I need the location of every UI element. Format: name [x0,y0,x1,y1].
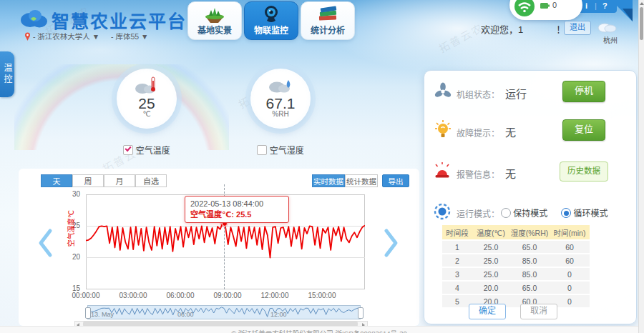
temperature-checkbox-label: 空气温度 [136,146,170,156]
range-tab-month[interactable]: 月 [104,174,135,187]
alarm-siren-icon [433,162,452,179]
table-row[interactable]: 125.0 65.060 [442,241,590,253]
books-icon [316,5,339,24]
table-row[interactable]: 225.0 85.060 [442,254,590,267]
footer-copyright: © 浙江托普云农科技股份有限公司 浙ICP备00083614号-30 [0,328,638,333]
run-mode-icon [434,203,451,220]
cycle-mode-radio[interactable] [561,208,571,218]
tab-label: 物联监控 [254,24,288,36]
hold-mode-label: 保持模式 [513,209,547,219]
battery-count: 0 [552,1,557,9]
range-tab-day[interactable]: 天 [41,174,72,187]
x-tick: 03:00:00 [119,292,147,299]
table-row[interactable]: 325.0 85.00 [442,268,590,280]
bulb-icon [434,120,452,140]
tab-statistics[interactable]: 统计分析 [301,1,355,40]
navigator-handle-left[interactable] [85,307,91,319]
tab-iot-monitor[interactable]: 物联监控 [244,1,298,40]
col-time: 时间(min) [550,225,590,239]
gauge-unit: %RH [250,110,311,118]
cloud-thermometer-icon [133,76,160,94]
island-icon [203,5,227,24]
watermark: 拓普云农 [436,19,486,55]
confirm-button[interactable]: 确定 [469,304,506,319]
unit-status-value: 运行 [505,86,527,101]
vertical-scrollbar-thumb[interactable] [640,7,643,40]
tooltip-time: 2022-05-13 08:44:00 [190,199,283,209]
reset-button[interactable]: 复位 [562,119,605,141]
weather-cloud-icon [596,19,618,33]
fault-label: 故障提示： [457,126,499,139]
x-tick: 06:00:00 [167,292,195,299]
site-selector[interactable]: - 浙江农林大学人 ▼ [33,32,99,41]
x-tick: 15:00:00 [308,292,336,299]
navigator-label: 12:00 [270,311,287,318]
x-tick: 12:00:00 [261,292,289,299]
stop-button[interactable]: 停机 [562,81,605,102]
table-row[interactable]: 420.0 65.00 [442,282,590,294]
col-period: 时间段 [442,225,472,239]
navigator-label: 06:00 [177,311,194,318]
y-axis-label: 空气温度℃ [65,193,76,264]
help-icon[interactable]: ? [602,0,608,12]
navigator-handle-right[interactable] [358,307,364,319]
chart-next-button chevron-right-icon[interactable] [382,227,401,259]
table-row[interactable]: 520.0 60.00 [442,295,590,307]
cancel-button[interactable]: 取消 [520,304,557,319]
humidity-checkbox[interactable] [257,145,267,155]
vertical-scrollbar[interactable] [638,0,644,333]
realtime-data-tab[interactable]: 实时数据 [312,174,345,187]
tab-label: 基地实景 [197,24,232,36]
cloud-droplet-icon [267,76,294,94]
fault-value: 无 [505,124,516,139]
gauge-value: 67.1 [250,97,311,110]
connection-pill: 0 [509,0,582,20]
info-icon[interactable]: i [585,0,587,12]
chart-tooltip: 2022-05-13 08:44:00 空气温度℃: 25.5 [185,196,289,223]
stats-data-tab[interactable]: 统计数据 [345,174,378,187]
gauge-humidity: 67.1 %RH [250,69,311,129]
col-humidity: 湿度(%RH) [509,225,550,239]
cycle-mode-label: 循环模式 [573,209,608,219]
navigator-mini-series [89,306,359,318]
fan-icon [434,82,452,101]
export-button[interactable]: 导出 [382,174,409,187]
cloud-logo-icon [19,6,50,30]
chart-prev-button chevron-left-icon[interactable] [36,227,54,259]
tab-label: 统计分析 [311,24,345,36]
range-tab-week[interactable]: 周 [72,174,104,187]
humidity-checkbox-label: 空气湿度 [270,146,304,156]
temperature-checkbox[interactable] [123,145,133,155]
history-data-button[interactable]: 历史数据 [560,161,608,182]
col-temperature: 温度(℃) [472,225,509,239]
schedule-table: 时间段 温度(℃) 湿度(%RH) 时间(min) 125.0 65.060 2… [442,224,590,309]
logo [19,6,50,30]
run-mode-label: 运行模式： [457,207,499,219]
unit-status-label: 机组状态： [457,88,499,100]
navigator-label: 13. May [91,311,114,318]
battery-icon [540,2,550,9]
table-header-row: 时间段 温度(℃) 湿度(%RH) 时间(min) [442,225,590,239]
weather-city: 杭州 [603,34,618,45]
wifi-icon [514,0,535,17]
scrollbar-up-arrow[interactable] [640,2,644,5]
x-tick: 09:00:00 [214,292,242,299]
side-tab-temperature-control[interactable]: 温控 [0,51,14,97]
app-title: 智慧农业云平台 [52,7,187,33]
welcome-text: 欢迎您， [481,24,518,35]
hold-mode-radio[interactable] [501,208,511,218]
gauge-unit: ℃ [117,110,177,118]
tooltip-value: 空气温度℃: 25.5 [190,209,283,220]
logout-button[interactable]: 退出 [564,21,591,35]
gauge-value: 25 [117,97,177,110]
gauge-temperature: 25 ℃ [117,69,177,129]
x-tick: 00:00:00 [72,292,100,299]
username: 1 [518,24,523,35]
range-tab-custom[interactable]: 自选 [135,174,167,187]
house-selector[interactable]: - 库体55 ▼ [111,32,148,41]
webcam-icon [260,5,282,24]
tab-base-view[interactable]: 基地实景 [187,1,242,40]
footer-bar: © 浙江托普云农科技股份有限公司 浙ICP备00083614号-30 [0,326,638,333]
alarm-value: 无 [505,166,516,181]
app-window: 拓普云农 拓普云农 拓普云农 拓普云农 拓普云农 拓普云农 拓普云农 拓普云农 … [0,0,644,333]
